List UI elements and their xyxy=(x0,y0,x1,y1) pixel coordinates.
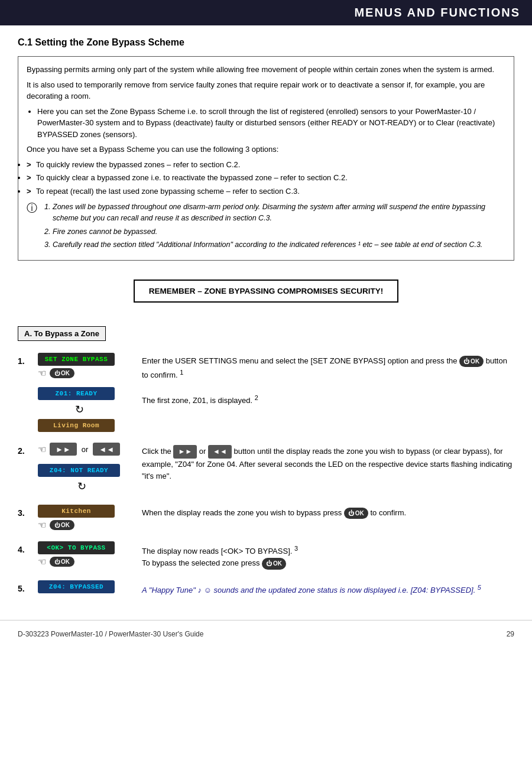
step-4-text-part2: To bypass the selected zone press xyxy=(142,558,262,567)
subsection-title: A. To Bypass a Zone xyxy=(18,326,106,341)
step-5-visual: Z04: BYPASSED xyxy=(38,580,132,593)
section-title: C.1 Setting the Zone Bypass Scheme xyxy=(18,37,514,48)
step-3-number: 3. xyxy=(18,505,28,518)
inline-arrow-right: ►► xyxy=(173,445,197,459)
step-5-number: 5. xyxy=(18,580,28,593)
note2: Fire zones cannot be bypassed. xyxy=(53,226,505,238)
header-title: MENUS AND FUNCTIONS xyxy=(354,6,520,19)
step-2-text-part2: button until the display reads the zone … xyxy=(142,447,512,480)
step-2-lcd: Z04: NOT READY xyxy=(38,464,120,477)
power-icon-3: ⏻ xyxy=(54,522,60,528)
inline-ok-power-4: ⏻ xyxy=(266,559,272,568)
page-header: MENUS AND FUNCTIONS xyxy=(0,0,532,25)
finger-icon-4: ☜ xyxy=(38,556,46,567)
refresh-icon-2: ↻ xyxy=(38,480,120,493)
footer-left: D-303223 PowerMaster-10 / PowerMaster-30… xyxy=(18,630,203,638)
step-1-text-part3: The first zone, Z01, is displayed. 2 xyxy=(142,396,258,405)
step-5-lcd: Z04: BYPASSED xyxy=(38,580,115,593)
step-1-text: Enter the USER SETTINGS menu and select … xyxy=(142,353,514,407)
ok-label-1: OK xyxy=(61,370,70,376)
step-5: 5. Z04: BYPASSED A "Happy Tune" ♪ ☺ soun… xyxy=(18,580,514,596)
step-2-text: Click the ►► or ◄◄ button until the disp… xyxy=(142,443,514,482)
info-box: Bypassing permits arming only part of th… xyxy=(18,56,514,261)
arrow-right-btn[interactable]: ►► xyxy=(50,443,77,456)
ok-btn-3: ⏻ OK xyxy=(50,520,74,530)
note-content: Zones will be bypassed throughout one di… xyxy=(42,202,505,253)
step-4-number: 4. xyxy=(18,541,28,554)
step-3-lcd: Kitchen xyxy=(38,505,115,518)
ok-btn-4: ⏻ OK xyxy=(50,557,74,567)
step-1-lcd1: SET ZONE BYPASS xyxy=(38,353,115,366)
inline-arrow-left: ◄◄ xyxy=(208,445,232,459)
inline-ok-1: ⏻ OK xyxy=(459,356,484,368)
step-4-text: The display now reads [<OK> TO BYPASS]. … xyxy=(142,541,514,570)
step-1-lcd3: Living Room xyxy=(38,419,115,432)
step-5-text: A "Happy Tune" ♪ ☺ sounds and the update… xyxy=(142,580,514,596)
note-icon: ⓘ xyxy=(27,203,37,253)
step-2: 2. ☜ ►► or ◄◄ Z04: NOT READY ↻ xyxy=(18,443,514,494)
info-bullet1: Here you can set the Zone Bypass Scheme … xyxy=(37,106,505,141)
inline-ok-label-1: OK xyxy=(471,357,479,366)
step-2-visual: ☜ ►► or ◄◄ Z04: NOT READY ↻ xyxy=(38,443,132,494)
arrow-left-btn[interactable]: ◄◄ xyxy=(93,443,120,456)
warning-text: REMEMBER – ZONE BYPASSING COMPROMISES SE… xyxy=(149,287,384,295)
step-4: 4. <OK> TO BYPASS ☜ ⏻ OK The display now… xyxy=(18,541,514,570)
inline-ok-power-3: ⏻ xyxy=(348,509,354,518)
step-1: 1. SET ZONE BYPASS ☜ ⏻ OK Z01: READY ↻ L… xyxy=(18,353,514,432)
info-arrow1: To quickly review the bypassed zones – r… xyxy=(27,159,505,171)
inline-ok-4: ⏻ OK xyxy=(262,558,286,570)
info-para3: Once you have set a Bypass Scheme you ca… xyxy=(27,144,505,155)
finger-icon-3: ☜ xyxy=(38,519,46,531)
page-footer: D-303223 PowerMaster-10 / PowerMaster-30… xyxy=(0,620,532,648)
note1: Zones will be bypassed throughout one di… xyxy=(53,202,505,224)
finger-icon-2: ☜ xyxy=(38,444,46,455)
power-icon-4: ⏻ xyxy=(54,559,60,565)
ok-btn-1: ⏻ OK xyxy=(50,368,74,378)
or-label: or xyxy=(82,445,89,454)
ok-label-3: OK xyxy=(61,522,70,528)
step-3-text-part1: When the display reads the zone you wish… xyxy=(142,508,344,517)
finger-icon-1: ☜ xyxy=(38,368,46,379)
steps-container: 1. SET ZONE BYPASS ☜ ⏻ OK Z01: READY ↻ L… xyxy=(18,353,514,596)
warning-box: REMEMBER – ZONE BYPASSING COMPROMISES SE… xyxy=(134,280,399,303)
step-1-lcd2: Z01: READY xyxy=(38,387,115,400)
info-arrow3: To repeat (recall) the last used zone by… xyxy=(27,186,505,197)
refresh-icon-1: ↻ xyxy=(38,403,115,416)
step-3-text-part2: to confirm. xyxy=(370,508,406,517)
power-icon-1: ⏻ xyxy=(54,371,60,376)
info-arrow2: To quickly clear a bypassed zone i.e. to… xyxy=(27,172,505,184)
subsection-header: A. To Bypass a Zone xyxy=(18,326,514,353)
info-para1: Bypassing permits arming only part of th… xyxy=(27,64,505,76)
step-1-text-part1: Enter the USER SETTINGS menu and select … xyxy=(142,356,459,365)
step-4-lcd: <OK> TO BYPASS xyxy=(38,541,115,554)
step-5-text-content: A "Happy Tune" ♪ ☺ sounds and the update… xyxy=(142,586,481,594)
ok-label-4: OK xyxy=(61,558,70,565)
inline-ok-power-1: ⏻ xyxy=(463,357,469,366)
info-para2: It is also used to temporarily remove fr… xyxy=(27,79,505,102)
step-2-or: or xyxy=(199,447,208,456)
step-4-text-part1: The display now reads [<OK> TO BYPASS]. … xyxy=(142,547,298,555)
step-2-text-part1: Click the xyxy=(142,447,173,456)
step-4-visual: <OK> TO BYPASS ☜ ⏻ OK xyxy=(38,541,132,567)
step-1-number: 1. xyxy=(18,353,28,366)
step-3-visual: Kitchen ☜ ⏻ OK xyxy=(38,505,132,531)
warning-container: REMEMBER – ZONE BYPASSING COMPROMISES SE… xyxy=(18,270,514,314)
inline-ok-3: ⏻ OK xyxy=(344,508,368,519)
inline-ok-label-4: OK xyxy=(273,559,282,568)
step-2-number: 2. xyxy=(18,443,28,456)
footer-right: 29 xyxy=(507,630,514,638)
step-3-text: When the display reads the zone you wish… xyxy=(142,505,514,519)
note3: Carefully read the section titled "Addit… xyxy=(53,239,505,251)
step-1-visual: SET ZONE BYPASS ☜ ⏻ OK Z01: READY ↻ Livi… xyxy=(38,353,132,432)
step-3: 3. Kitchen ☜ ⏻ OK When the display reads… xyxy=(18,505,514,531)
inline-ok-label-3: OK xyxy=(355,509,364,518)
